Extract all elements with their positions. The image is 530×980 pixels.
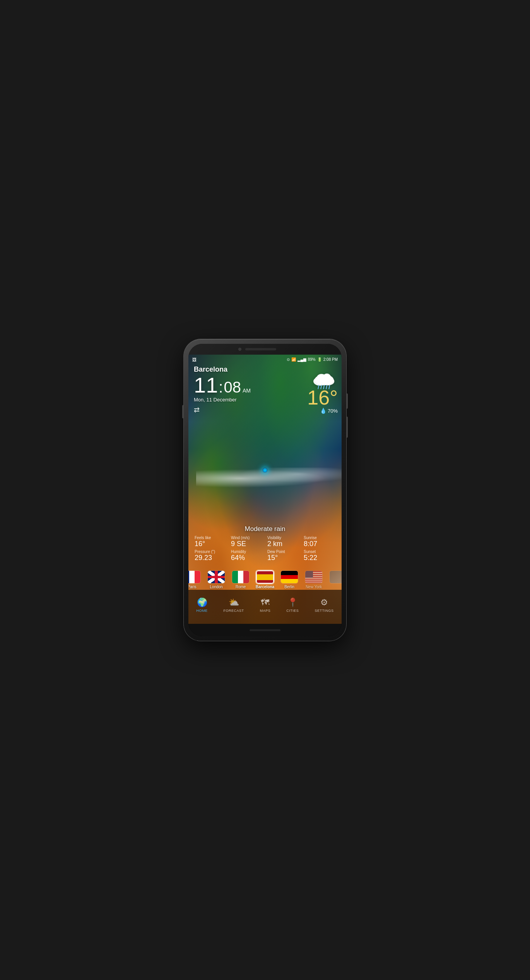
flag-rome (232, 570, 250, 584)
nav-home[interactable]: 🌍 HOME (193, 596, 211, 614)
visibility-value: 2 km (267, 540, 299, 548)
time-colon: : (219, 379, 223, 396)
phone-top-bar (188, 344, 342, 355)
rain-drop-icon: 💧 (320, 408, 327, 414)
humidity-value: 70% (328, 408, 338, 414)
sunrise-value: 8:07 (304, 540, 335, 548)
forecast-label: FORECAST (224, 609, 244, 613)
humidity-stat-value: 64% (231, 554, 263, 562)
time-min: 08 (224, 379, 241, 396)
location-dot (262, 468, 268, 473)
weather-stats-grid: Feels like 16° Pressure (") 29.23 Wind (… (188, 534, 342, 564)
phone-frame: 🖼 ⊙ 📶 ▂▄▆ 89% 🔋 2:08 PM Barcelona 11 : 0… (184, 339, 346, 641)
power-button[interactable] (346, 393, 348, 409)
svg-line-5 (318, 385, 319, 389)
flag-barcelona (256, 570, 274, 584)
stat-visibility: Visibility 2 km Dew Point 15° (265, 534, 301, 564)
maps-icon: 🗺 (261, 598, 269, 608)
city-label-paris: Paris (188, 585, 196, 589)
city-tab-extra[interactable] (328, 570, 342, 589)
dew-point-label: Dew Point (267, 550, 299, 554)
sunset-value: 5:22 (304, 554, 335, 562)
left-button[interactable] (182, 405, 184, 418)
bottom-speaker (250, 629, 280, 631)
camera (238, 348, 241, 351)
visibility-label: Visibility (267, 536, 299, 540)
city-tab-rome[interactable]: Rome (230, 570, 251, 589)
settings-label: SETTINGS (315, 609, 333, 613)
wind-label: Wind (m/s) (231, 536, 263, 540)
city-tab-barcelona[interactable]: Barcelona (255, 570, 276, 589)
city-label-london: London (210, 585, 222, 589)
svg-line-8 (326, 385, 327, 389)
bottom-navigation: 🌍 HOME ⛅ FORECAST 🗺 MAPS 📍 CITIES (188, 590, 342, 624)
home-label: HOME (197, 609, 208, 613)
nav-cities[interactable]: 📍 CITIES (283, 596, 302, 614)
time-ampm: AM (243, 388, 251, 394)
stat-sunrise: Sunrise 8:07 Sunset 5:22 (301, 534, 338, 564)
svg-line-9 (329, 385, 330, 389)
snow-overlay (196, 468, 342, 489)
sunrise-label: Sunrise (304, 536, 335, 540)
stat-wind: Wind (m/s) 9 SE Humidity 64% (229, 534, 265, 564)
speaker (245, 348, 276, 350)
flag-berlin (280, 570, 298, 584)
screen-content: 🖼 ⊙ 📶 ▂▄▆ 89% 🔋 2:08 PM Barcelona 11 : 0… (188, 355, 342, 624)
cities-label: CITIES (286, 609, 299, 613)
volume-button[interactable] (346, 417, 348, 438)
city-tabs: Paris London (188, 570, 342, 589)
svg-line-7 (323, 385, 324, 389)
weather-condition: Moderate rain (188, 525, 342, 533)
maps-label: MAPS (260, 609, 271, 613)
nav-forecast[interactable]: ⛅ FORECAST (221, 596, 247, 614)
svg-line-6 (321, 385, 321, 389)
time-hour: 11 (194, 374, 218, 396)
city-label-rome: Rome (236, 585, 246, 589)
feels-like-label: Feels like (195, 536, 226, 540)
flag-newyork (305, 570, 323, 584)
nav-maps[interactable]: 🗺 MAPS (257, 596, 274, 614)
forecast-icon: ⛅ (229, 598, 239, 608)
svg-point-4 (323, 374, 331, 381)
phone-screen: 🖼 ⊙ 📶 ▂▄▆ 89% 🔋 2:08 PM Barcelona 11 : 0… (188, 344, 342, 636)
stat-feels-like: Feels like 16° Pressure (") 29.23 (192, 534, 229, 564)
city-label-newyork: New York (306, 585, 322, 589)
cities-icon: 📍 (287, 598, 298, 608)
feels-like-value: 16° (195, 540, 226, 548)
city-tab-paris[interactable]: Paris (188, 570, 203, 589)
settings-icon: ⚙ (320, 598, 328, 608)
cloud-svg (311, 370, 338, 389)
city-tab-berlin[interactable]: Berlin (279, 570, 300, 589)
dew-point-value: 15° (267, 554, 299, 562)
home-icon: 🌍 (197, 598, 207, 608)
temperature-display: 16° (307, 388, 338, 408)
city-label-berlin: Berlin (284, 585, 294, 589)
flag-paris (188, 570, 201, 584)
phone-bottom-bar (188, 624, 342, 636)
flag-extra (329, 570, 342, 584)
pressure-label: Pressure (") (195, 550, 226, 554)
pressure-value: 29.23 (195, 554, 226, 562)
weather-cloud-icon (307, 370, 338, 389)
weather-widget: 16° 💧 70% (307, 370, 338, 414)
humidity-label: Humidity (231, 550, 263, 554)
city-label-barcelona: Barcelona (256, 585, 274, 589)
nav-settings[interactable]: ⚙ SETTINGS (311, 596, 337, 614)
wind-value: 9 SE (231, 540, 263, 548)
city-tab-newyork[interactable]: New York (303, 570, 325, 589)
sunset-label: Sunset (304, 550, 335, 554)
flag-london (207, 570, 225, 584)
city-tab-london[interactable]: London (206, 570, 227, 589)
